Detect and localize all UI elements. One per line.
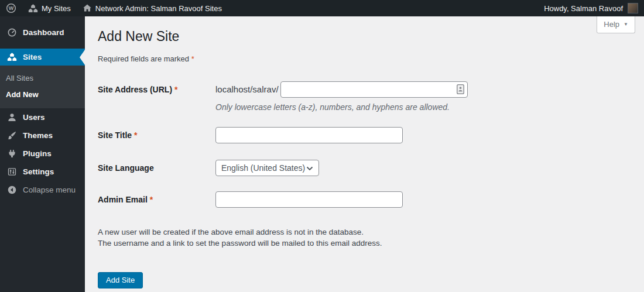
dashboard-icon xyxy=(6,28,17,37)
wordpress-logo-icon: W xyxy=(6,3,16,13)
help-button[interactable]: Help ▼ xyxy=(597,16,635,33)
chevron-down-icon: ▼ xyxy=(624,22,628,27)
admin-email-label: Admin Email * xyxy=(98,191,215,204)
site-address-label: Site Address (URL) * xyxy=(98,81,215,94)
email-note: A new user will be created if the above … xyxy=(98,226,632,249)
sidebar-item-plugins[interactable]: Plugins xyxy=(0,145,85,163)
home-icon xyxy=(83,4,92,13)
input-autofill-icon[interactable] xyxy=(457,84,464,97)
my-sites-label: My Sites xyxy=(42,4,71,13)
sidebar-subitem-add-new[interactable]: Add New xyxy=(0,87,85,103)
sidebar-item-label: Settings xyxy=(23,167,54,176)
sidebar-item-label: Plugins xyxy=(23,149,52,158)
site-address-input[interactable] xyxy=(280,81,468,98)
settings-sliders-icon xyxy=(6,167,17,177)
help-label: Help xyxy=(604,20,619,29)
sidebar-item-label: Dashboard xyxy=(23,28,64,37)
main-content: Help ▼ Add New Site Required fields are … xyxy=(85,16,644,292)
site-address-help: Only lowercase letters (a-z), numbers, a… xyxy=(215,102,632,112)
site-address-prefix: localhost/salrav/ xyxy=(215,84,279,94)
admin-email-input[interactable] xyxy=(215,191,403,208)
sidebar: Dashboard Sites All Sites Add New xyxy=(0,16,85,292)
my-sites-menu[interactable]: My Sites xyxy=(22,0,77,16)
plugins-icon xyxy=(6,149,17,159)
collapse-menu-label: Collapse menu xyxy=(23,185,76,194)
sidebar-item-collapse-menu[interactable]: Collapse menu xyxy=(0,181,85,199)
add-site-button[interactable]: Add Site xyxy=(98,272,143,288)
my-sites-icon xyxy=(28,4,38,13)
sidebar-item-dashboard[interactable]: Dashboard xyxy=(0,24,85,41)
sidebar-item-label: Sites xyxy=(23,53,42,61)
howdy-label: Howdy, Salman Ravoof xyxy=(544,4,623,13)
site-language-row: Site Language English (United States) xyxy=(98,160,632,176)
current-menu-arrow xyxy=(80,50,85,65)
svg-text:W: W xyxy=(9,5,14,11)
user-avatar xyxy=(628,3,638,13)
add-site-form: Site Address (URL) * localhost/salrav/ xyxy=(98,81,632,208)
required-mark: * xyxy=(174,85,177,94)
collapse-arrow-icon xyxy=(6,185,17,195)
sidebar-item-themes[interactable]: Themes xyxy=(0,126,85,145)
site-title-row: Site Title * xyxy=(98,127,632,143)
admin-bar-left: W My Sites xyxy=(0,0,228,16)
sidebar-item-sites[interactable]: Sites xyxy=(0,49,85,66)
themes-brush-icon xyxy=(6,130,17,140)
required-mark: * xyxy=(191,54,194,63)
required-mark: * xyxy=(150,195,153,204)
required-fields-note: Required fields are marked * xyxy=(98,54,632,63)
sidebar-item-settings[interactable]: Settings xyxy=(0,163,85,181)
site-title-label: Site Title * xyxy=(98,127,215,140)
sidebar-item-label: Themes xyxy=(23,131,53,140)
required-mark: * xyxy=(134,130,137,140)
account-menu[interactable]: Howdy, Salman Ravoof xyxy=(538,0,644,16)
site-title-input[interactable] xyxy=(215,127,403,143)
sidebar-item-label: Users xyxy=(23,113,45,122)
network-admin-menu[interactable]: Network Admin: Salman Ravoof Sites xyxy=(77,0,228,16)
site-language-select[interactable]: English (United States) xyxy=(215,160,319,176)
admin-bar-right: Howdy, Salman Ravoof xyxy=(538,0,644,16)
page-title: Add New Site xyxy=(98,28,632,46)
users-icon xyxy=(6,112,17,122)
sites-icon xyxy=(6,52,17,62)
site-address-row: Site Address (URL) * localhost/salrav/ xyxy=(98,81,632,112)
select-chevron-icon xyxy=(306,163,313,173)
selected-language: English (United States) xyxy=(221,163,305,173)
sidebar-subitem-all-sites[interactable]: All Sites xyxy=(0,70,85,87)
admin-email-row: Admin Email * xyxy=(98,191,632,208)
sidebar-item-users[interactable]: Users xyxy=(0,108,85,126)
admin-bar: W My Sites xyxy=(0,0,644,16)
wordpress-logo-menu[interactable]: W xyxy=(0,0,22,16)
wordpress-network-admin-screen: W My Sites xyxy=(0,0,644,292)
site-language-label: Site Language xyxy=(98,160,215,173)
sites-submenu: All Sites Add New xyxy=(0,66,85,108)
network-admin-label: Network Admin: Salman Ravoof Sites xyxy=(95,4,222,13)
